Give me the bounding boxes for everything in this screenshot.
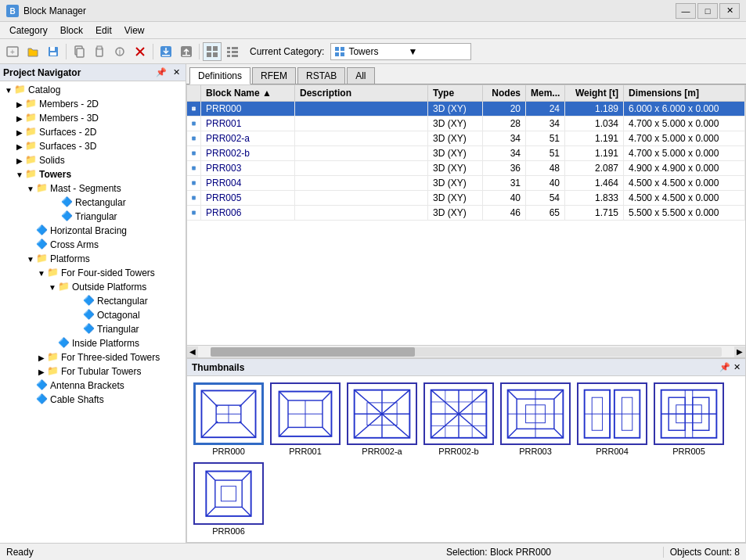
- nav-pin-button[interactable]: 📌: [153, 67, 169, 77]
- menu-category[interactable]: Category: [3, 23, 54, 38]
- nav-close-button[interactable]: ✕: [171, 67, 182, 77]
- table-row[interactable]: PRR002-b3D (XY)34511.1914.700 x 5.000 x …: [187, 146, 745, 161]
- svg-rect-23: [227, 47, 230, 49]
- table-row[interactable]: PRR002-a3D (XY)34511.1914.700 x 5.000 x …: [187, 131, 745, 146]
- thumbnail-item[interactable]: PRR004: [577, 382, 647, 456]
- th-description[interactable]: Description: [295, 85, 428, 101]
- category-dropdown[interactable]: Towers ▼: [330, 43, 471, 60]
- tree-item-outside-platforms[interactable]: ▼ 📁 Outside Platforms: [0, 280, 186, 294]
- table-row[interactable]: PRR0053D (XY)40541.8334.500 x 4.500 x 0.…: [187, 191, 745, 206]
- tree-item-tubular[interactable]: ▶ 📁 For Tubular Towers: [0, 364, 186, 379]
- tree-item-mast-segments[interactable]: ▼ 📁 Mast - Segments: [0, 181, 186, 196]
- th-dimensions[interactable]: Dimensions [m]: [624, 85, 745, 101]
- tree-item-horizontal-bracing[interactable]: 🔷 Horizontal Bracing: [0, 224, 186, 238]
- table-row[interactable]: PRR0003D (XY)20241.1896.000 x 6.000 x 0.…: [187, 102, 745, 117]
- expand-members2d[interactable]: ▶: [14, 100, 25, 109]
- tab-rstab[interactable]: RSTAB: [297, 67, 345, 84]
- tree-label: Triangular: [75, 211, 117, 222]
- tb-save[interactable]: [44, 42, 63, 61]
- thumb-close[interactable]: ✕: [733, 362, 741, 372]
- th-type[interactable]: Type: [428, 85, 483, 101]
- scroll-right[interactable]: ▶: [734, 346, 745, 357]
- expand-three-sided[interactable]: ▶: [36, 354, 47, 362]
- thumbnail-image: [654, 382, 724, 445]
- expand-towers[interactable]: ▼: [14, 171, 25, 179]
- table-row[interactable]: PRR0033D (XY)36482.0874.900 x 4.900 x 0.…: [187, 161, 745, 176]
- close-button[interactable]: ✕: [719, 3, 740, 19]
- tree-item-towers[interactable]: ▼ 📁 Towers: [0, 167, 186, 181]
- svg-rect-6: [50, 52, 56, 56]
- row-desc: [295, 161, 428, 175]
- tb-new-category[interactable]: +: [3, 42, 22, 61]
- expand-surfaces3d[interactable]: ▶: [14, 142, 25, 151]
- tb-open-category[interactable]: [23, 42, 42, 61]
- tab-definitions[interactable]: Definitions: [189, 67, 250, 84]
- tb-import[interactable]: [157, 42, 175, 61]
- thumbnail-item[interactable]: PRR006: [193, 462, 264, 536]
- thumbnail-item[interactable]: PRR001: [270, 382, 341, 456]
- tree-item-platforms[interactable]: ▼ 📁 Platforms: [0, 252, 186, 266]
- scroll-thumb[interactable]: [211, 347, 415, 357]
- expand-outside[interactable]: ▼: [47, 283, 58, 292]
- menu-edit[interactable]: Edit: [89, 23, 118, 38]
- tree-item-catalog[interactable]: ▼ 📁 Catalog: [0, 83, 186, 97]
- tree-item-surfaces3d[interactable]: ▶ 📁 Surfaces - 3D: [0, 139, 186, 153]
- table-row[interactable]: PRR0063D (XY)46651.7155.500 x 5.500 x 0.…: [187, 206, 745, 221]
- tb-export[interactable]: [177, 42, 196, 61]
- thumb-pin[interactable]: 📌: [719, 362, 730, 372]
- expand-tubular[interactable]: ▶: [36, 368, 47, 376]
- tree-item-surfaces2d[interactable]: ▶ 📁 Surfaces - 2D: [0, 125, 186, 139]
- tree-item-triangular1[interactable]: 🔷 Triangular: [0, 210, 186, 224]
- maximize-button[interactable]: □: [697, 3, 718, 19]
- tb-delete[interactable]: [131, 42, 150, 61]
- expand-members3d[interactable]: ▶: [14, 114, 25, 123]
- tree-item-members2d[interactable]: ▶ 📁 Members - 2D: [0, 97, 186, 111]
- tree-item-inside-platforms[interactable]: 🔷 Inside Platforms: [0, 336, 186, 350]
- tree-item-antenna[interactable]: 🔷 Antenna Brackets: [0, 379, 186, 393]
- tb-copy[interactable]: [70, 42, 88, 61]
- th-weight[interactable]: Weight [t]: [565, 85, 624, 101]
- menu-block[interactable]: Block: [54, 23, 89, 38]
- row-weight: 1.833: [565, 191, 624, 205]
- thumbnail-item[interactable]: PRR003: [500, 382, 571, 456]
- row-dims: 4.900 x 4.900 x 0.000: [624, 161, 745, 175]
- tb-grid-view[interactable]: [203, 42, 222, 61]
- tree-item-cable-shafts[interactable]: 🔷 Cable Shafts: [0, 393, 186, 407]
- thumbnail-item[interactable]: PRR005: [654, 382, 724, 456]
- thumbnail-label: PRR000: [212, 447, 245, 456]
- thumbnail-item[interactable]: PRR000: [193, 382, 264, 456]
- current-category: Towers: [348, 46, 408, 57]
- expand-solids[interactable]: ▶: [14, 156, 25, 165]
- menu-view[interactable]: View: [118, 23, 151, 38]
- horizontal-scrollbar[interactable]: ◀ ▶: [187, 345, 745, 357]
- th-block-name[interactable]: Block Name ▲: [201, 85, 295, 101]
- thumbnail-item[interactable]: PRR002-a: [347, 382, 417, 456]
- expand-four-sided[interactable]: ▼: [36, 269, 47, 278]
- table-row[interactable]: PRR0013D (XY)28341.0344.700 x 5.000 x 0.…: [187, 117, 745, 131]
- tree-item-rectangular2[interactable]: 🔷 Rectangular: [0, 294, 186, 308]
- expand-mast[interactable]: ▼: [25, 185, 36, 193]
- tb-list-view[interactable]: [223, 42, 242, 61]
- scroll-track[interactable]: [211, 347, 722, 357]
- expand-platforms[interactable]: ▼: [25, 255, 36, 264]
- tree-item-triangular2[interactable]: 🔷 Triangular: [0, 322, 186, 336]
- tab-all[interactable]: All: [347, 67, 374, 84]
- tab-rfem[interactable]: RFEM: [252, 67, 296, 84]
- tree-item-members3d[interactable]: ▶ 📁 Members - 3D: [0, 111, 186, 125]
- tree-item-octagonal[interactable]: 🔷 Octagonal: [0, 308, 186, 322]
- expand-catalog[interactable]: ▼: [3, 86, 14, 95]
- tb-properties[interactable]: i: [110, 42, 129, 61]
- tree-item-four-sided[interactable]: ▼ 📁 For Four-sided Towers: [0, 266, 186, 280]
- thumbnail-item[interactable]: PRR002-b: [423, 382, 494, 456]
- tree-item-cross-arms[interactable]: 🔷 Cross Arms: [0, 238, 186, 252]
- th-nodes[interactable]: Nodes: [483, 85, 526, 101]
- expand-surfaces2d[interactable]: ▶: [14, 128, 25, 137]
- tb-paste[interactable]: [90, 42, 109, 61]
- minimize-button[interactable]: —: [676, 3, 696, 19]
- tree-item-solids[interactable]: ▶ 📁 Solids: [0, 153, 186, 167]
- tree-item-rectangular1[interactable]: 🔷 Rectangular: [0, 196, 186, 210]
- tree-item-three-sided[interactable]: ▶ 📁 For Three-sided Towers: [0, 350, 186, 364]
- th-mem[interactable]: Mem...: [526, 85, 565, 101]
- table-row[interactable]: PRR0043D (XY)31401.4644.500 x 4.500 x 0.…: [187, 176, 745, 191]
- scroll-left[interactable]: ◀: [187, 346, 198, 357]
